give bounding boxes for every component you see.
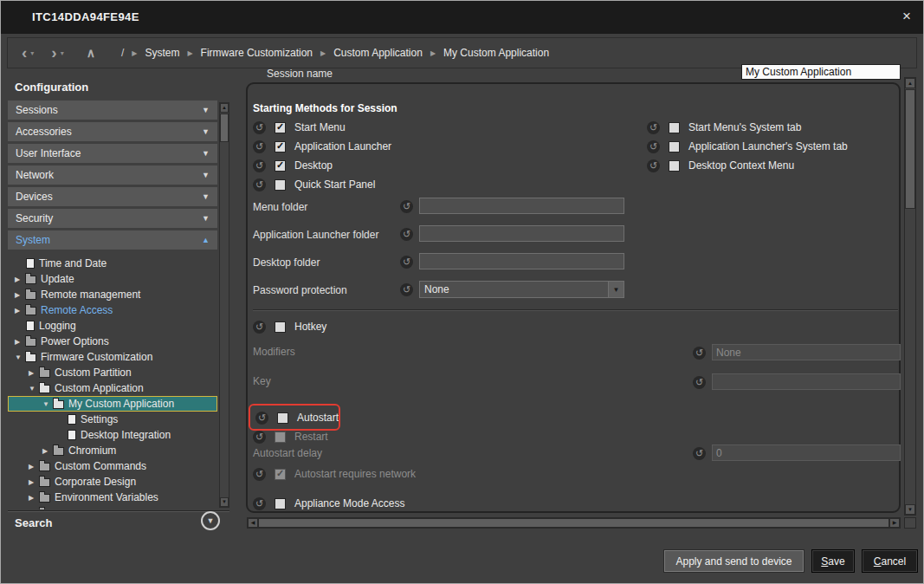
checkbox-desktop-context-menu[interactable] — [669, 160, 680, 172]
reset-icon[interactable]: ↺ — [400, 200, 413, 213]
twisty-icon[interactable]: ▶ — [15, 338, 25, 346]
checkbox-autostart[interactable] — [277, 412, 288, 424]
scroll-up-icon[interactable]: ▲ — [905, 78, 915, 88]
checkbox-application-launcher-system-tab[interactable] — [669, 141, 680, 152]
tree-item-remote-management[interactable]: ▶ Remote management — [8, 287, 217, 302]
reset-icon[interactable]: ↺ — [400, 228, 413, 241]
reset-icon[interactable]: ↺ — [693, 347, 706, 360]
checkbox-application-launcher[interactable] — [275, 141, 286, 152]
sidebar-category-sessions[interactable]: Sessions ▼ — [8, 101, 217, 120]
tree-item-remote-access[interactable]: ▶ Remote Access — [8, 302, 217, 318]
save-button[interactable]: Save — [811, 549, 855, 573]
tree-item-my-custom-application[interactable]: ▼ My Custom Application — [8, 396, 217, 412]
scroll-up-icon[interactable]: ▲ — [220, 103, 229, 113]
tree-item-custom-partition[interactable]: ▶ Custom Partition — [8, 365, 217, 380]
tree-item-time-and-date[interactable]: Time and Date — [8, 256, 217, 271]
scrollbar-thumb[interactable] — [905, 89, 915, 209]
menu-folder-input[interactable] — [419, 198, 624, 214]
apply-and-send-button[interactable]: Apply and send to device — [663, 549, 804, 573]
session-name-input[interactable] — [741, 64, 901, 80]
sidebar-category-network[interactable]: Network ▼ — [8, 165, 217, 185]
sidebar-category-security[interactable]: Security ▼ — [8, 209, 217, 228]
reset-icon[interactable]: ↺ — [253, 121, 266, 134]
breadcrumb-item-firmware-customization[interactable]: Firmware Customization — [201, 47, 313, 59]
reset-icon[interactable]: ↺ — [253, 321, 266, 334]
tree-item-update[interactable]: ▶ Update — [8, 271, 217, 287]
tree-item-power-options[interactable]: ▶ Power Options — [8, 334, 217, 349]
category-label: Sessions — [16, 104, 58, 116]
twisty-icon[interactable]: ▼ — [29, 385, 39, 393]
checkbox-start-menu-system-tab[interactable] — [669, 122, 680, 133]
reset-icon[interactable]: ↺ — [693, 376, 706, 389]
twisty-icon[interactable]: ▶ — [29, 463, 39, 470]
forward-history-caret-icon[interactable]: ▾ — [61, 49, 64, 57]
reset-icon[interactable]: ↺ — [253, 159, 266, 172]
tree-item-chromium[interactable]: ▶ Chromium — [8, 443, 217, 458]
reset-icon[interactable]: ↺ — [255, 412, 268, 425]
tree-item-corporate-design[interactable]: ▶ Corporate Design — [8, 474, 217, 490]
up-level-icon[interactable]: ∧ — [87, 46, 95, 60]
sidebar-category-accessories[interactable]: Accessories ▼ — [8, 122, 217, 141]
tree-scrollbar[interactable]: ▲ ▼ — [219, 102, 229, 508]
reset-icon[interactable]: ↺ — [400, 256, 413, 269]
reset-icon[interactable]: ↺ — [400, 283, 413, 296]
scroll-down-icon[interactable]: ▼ — [220, 497, 229, 507]
checkbox-label: Appliance Mode Access — [294, 497, 404, 509]
checkbox-start-menu[interactable] — [275, 122, 286, 133]
breadcrumb-item-custom-application[interactable]: Custom Application — [333, 47, 423, 59]
reset-icon[interactable]: ↺ — [647, 159, 660, 172]
checkbox-hotkey[interactable] — [275, 321, 286, 333]
section-title: Starting Methods for Session — [253, 102, 397, 114]
forward-arrow-icon[interactable]: › — [51, 44, 56, 62]
twisty-icon[interactable]: ▶ — [42, 447, 53, 455]
twisty-icon[interactable]: ▼ — [15, 354, 25, 361]
checkbox-row-desktop: ↺ Desktop — [253, 159, 333, 172]
breadcrumb-item-my-custom-application[interactable]: My Custom Application — [443, 47, 549, 59]
twisty-icon[interactable]: ▶ — [15, 291, 25, 299]
horizontal-scrollbar[interactable]: ◀ ▶ — [247, 517, 901, 529]
tree-item-custom-application[interactable]: ▼ Custom Application — [8, 380, 217, 396]
back-history-caret-icon[interactable]: ▾ — [30, 49, 34, 57]
twisty-icon[interactable]: ▶ — [15, 276, 25, 283]
twisty-icon[interactable]: ▶ — [15, 307, 25, 315]
tree-item-desktop-integration[interactable]: Desktop Integration — [8, 427, 217, 443]
checkbox-quick-start-panel[interactable] — [275, 179, 286, 191]
search-expand-button[interactable]: ▼ — [201, 511, 220, 530]
sidebar-category-user-interface[interactable]: User Interface ▼ — [8, 144, 217, 163]
twisty-icon[interactable]: ▶ — [29, 478, 39, 486]
checkbox-appliance-mode-access[interactable] — [275, 498, 286, 509]
dropdown-arrow-icon[interactable]: ▼ — [608, 282, 624, 297]
scroll-down-icon[interactable]: ▼ — [905, 504, 915, 515]
twisty-icon[interactable]: ▼ — [42, 400, 53, 408]
password-protection-select[interactable]: None ▼ — [419, 281, 624, 298]
back-arrow-icon[interactable]: ‹ — [22, 44, 27, 62]
checkbox-label: Autostart requires network — [294, 468, 416, 480]
tree-item-logging[interactable]: Logging — [8, 318, 217, 334]
tree-item-custom-commands[interactable]: ▶ Custom Commands — [8, 458, 217, 474]
scroll-left-icon[interactable]: ◀ — [248, 518, 258, 528]
twisty-icon[interactable]: ▶ — [29, 369, 39, 377]
tree-item-firmware-customization[interactable]: ▼ Firmware Customization — [8, 349, 217, 365]
breadcrumb-item-system[interactable]: System — [145, 47, 179, 59]
sidebar-category-devices[interactable]: Devices ▼ — [8, 187, 217, 206]
checkbox-desktop[interactable] — [275, 160, 286, 172]
reset-icon[interactable]: ↺ — [253, 140, 266, 153]
reset-icon[interactable]: ↺ — [253, 497, 266, 510]
tree-item-settings[interactable]: Settings — [8, 412, 217, 427]
twisty-icon[interactable]: ▶ — [29, 494, 39, 502]
cancel-button[interactable]: Cancel — [862, 549, 918, 573]
desktop-folder-input[interactable] — [419, 253, 624, 269]
close-icon[interactable]: × — [902, 8, 911, 25]
scroll-right-icon[interactable]: ▶ — [889, 518, 900, 528]
reset-icon[interactable]: ↺ — [647, 140, 660, 153]
breadcrumb-root[interactable]: / — [121, 47, 124, 59]
vertical-scrollbar[interactable]: ▲ ▼ — [904, 77, 916, 516]
tree-item-partially-visible[interactable]: ▶ — [8, 505, 217, 509]
scrollbar-thumb[interactable] — [220, 114, 229, 142]
application-launcher-folder-input[interactable] — [419, 225, 624, 242]
reset-icon[interactable]: ↺ — [253, 178, 266, 191]
tree-item-environment-variables[interactable]: ▶ Environment Variables — [8, 490, 217, 505]
sidebar-category-system[interactable]: System ▲ — [8, 230, 217, 250]
scrollbar-thumb[interactable] — [258, 518, 889, 528]
reset-icon[interactable]: ↺ — [647, 121, 660, 134]
